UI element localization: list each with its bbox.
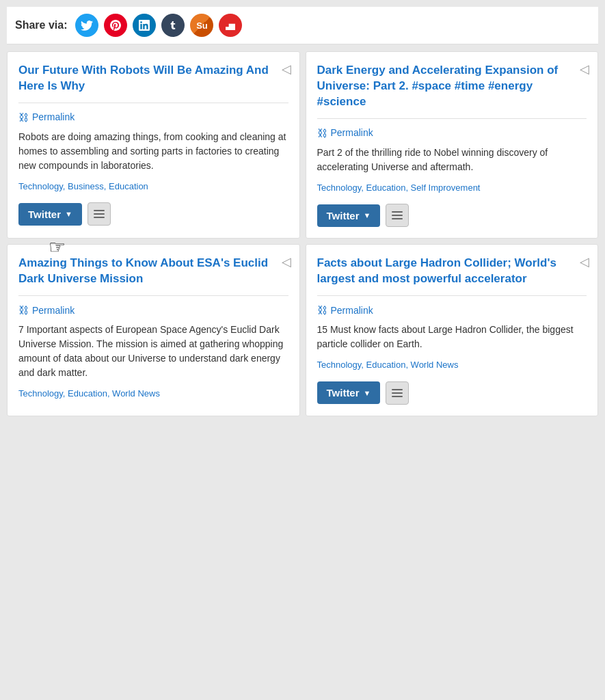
card-tags-hadron: Technology, Education, World News [317, 358, 587, 372]
bookmark-icon-1[interactable]: ◁ [282, 62, 291, 77]
link-icon-4: ⛓ [317, 304, 327, 316]
bookmark-icon-3[interactable]: ◁ [282, 254, 291, 269]
bookmark-icon-2[interactable]: ◁ [580, 62, 589, 77]
more-button-2[interactable] [386, 204, 409, 227]
tag-self-improvement-2[interactable]: Self Improvement [411, 183, 481, 193]
card-dark-energy: ◁ Dark Energy and Accelerating Expansion… [306, 51, 599, 239]
tag-technology-1[interactable]: Technology [18, 181, 63, 191]
card-footer-hadron: Twitter ▼ [317, 381, 587, 405]
share-label: Share via: [15, 19, 67, 31]
svg-rect-5 [392, 218, 403, 219]
link-icon-2: ⛓ [317, 127, 327, 139]
linkedin-share-icon[interactable] [133, 14, 156, 37]
card-tags-robots: Technology, Business, Education [18, 180, 288, 193]
share-bar: Share via: Su [7, 7, 598, 44]
dropdown-arrow-1: ▼ [65, 210, 72, 218]
card-euclid: ◁ Amazing Things to Know About ESA's Euc… [7, 244, 300, 416]
svg-rect-8 [392, 396, 403, 397]
card-tags-euclid: Technology, Education, World News [18, 387, 288, 401]
more-button-1[interactable] [88, 202, 111, 226]
svg-rect-2 [94, 217, 105, 218]
svg-rect-4 [392, 215, 403, 216]
permalink-dark-energy[interactable]: ⛓ Permalink [317, 127, 587, 139]
tag-technology-2[interactable]: Technology [317, 183, 362, 193]
tumblr-share-icon[interactable] [161, 14, 185, 37]
dropdown-arrow-4: ▼ [364, 389, 371, 397]
svg-rect-3 [392, 211, 403, 213]
tag-technology-3[interactable]: Technology [18, 388, 63, 399]
bookmark-icon-4[interactable]: ◁ [580, 254, 589, 269]
dropdown-arrow-2: ▼ [364, 211, 371, 219]
tag-education-2[interactable]: Education [366, 183, 406, 193]
card-title-hadron[interactable]: Facts about Large Hadron Collider; World… [317, 256, 587, 287]
card-desc-hadron: 15 Must know facts about Large Hadron Co… [317, 323, 587, 351]
permalink-hadron[interactable]: ⛓ Permalink [317, 304, 587, 316]
twitter-share-icon[interactable] [75, 14, 98, 37]
tag-education-1[interactable]: Education [109, 181, 148, 191]
link-icon-1: ⛓ [18, 111, 29, 123]
permalink-euclid[interactable]: ⛓ Permalink [18, 304, 288, 316]
twitter-button-4[interactable]: Twitter ▼ [317, 381, 381, 404]
card-desc-euclid: 7 Important aspects of European Space Ag… [18, 323, 288, 380]
permalink-robots[interactable]: ⛓ Permalink [18, 111, 288, 123]
cards-grid: ◁ Our Future With Robots Will Be Amazing… [7, 51, 598, 416]
card-title-robots[interactable]: Our Future With Robots Will Be Amazing A… [18, 63, 288, 94]
twitter-button-2[interactable]: Twitter ▼ [317, 204, 381, 227]
card-title-dark-energy[interactable]: Dark Energy and Accelerating Expansion o… [317, 63, 587, 110]
tag-education-3[interactable]: Education [68, 388, 107, 399]
pinterest-share-icon[interactable] [104, 14, 127, 37]
tag-world-news-3[interactable]: World News [112, 388, 160, 399]
flipboard-share-icon[interactable] [219, 14, 242, 37]
tag-business-1[interactable]: Business [68, 181, 104, 191]
card-desc-robots: Robots are doing amazing things, from co… [18, 130, 288, 173]
svg-rect-1 [94, 213, 105, 215]
card-tags-dark-energy: Technology, Education, Self Improvement [317, 181, 587, 195]
card-footer-robots: Twitter ▼ [18, 202, 288, 226]
card-footer-dark-energy: Twitter ▼ [317, 204, 587, 227]
card-desc-dark-energy: Part 2 of the thrilling ride to Nobel wi… [317, 146, 587, 174]
card-robots: ◁ Our Future With Robots Will Be Amazing… [7, 51, 300, 239]
card-title-euclid[interactable]: Amazing Things to Know About ESA's Eucli… [18, 256, 288, 287]
more-button-4[interactable] [386, 381, 409, 405]
svg-rect-6 [392, 389, 403, 390]
twitter-button-1[interactable]: Twitter ▼ [18, 203, 82, 226]
svg-rect-0 [94, 210, 105, 211]
link-icon-3: ⛓ [18, 304, 29, 316]
tag-education-4[interactable]: Education [366, 360, 406, 370]
tag-technology-4[interactable]: Technology [317, 360, 362, 370]
svg-rect-7 [392, 392, 403, 394]
stumbleupon-share-icon[interactable]: Su [190, 14, 213, 37]
card-hadron: ◁ Facts about Large Hadron Collider; Wor… [306, 244, 599, 416]
tag-world-news-4[interactable]: World News [411, 360, 459, 370]
